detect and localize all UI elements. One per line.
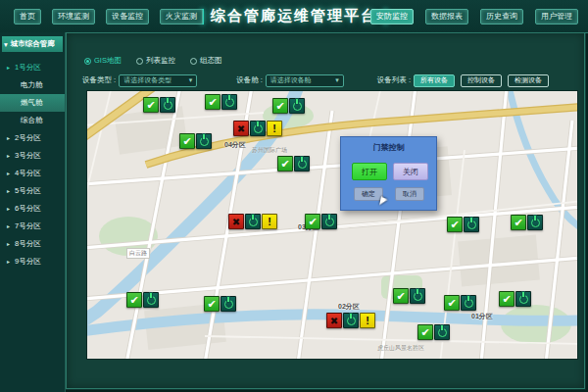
- power-button-icon[interactable]: [160, 97, 175, 113]
- device-marker-ok[interactable]: ✔: [126, 292, 159, 308]
- device-filter-buttons: 所有设备控制设备检测设备: [414, 74, 555, 87]
- sidebar-item[interactable]: ▸9号分区: [0, 253, 65, 270]
- door-close-button[interactable]: 关闭: [393, 163, 428, 180]
- radio-icon: [136, 58, 143, 65]
- sidebar-item[interactable]: 燃气舱: [0, 94, 65, 112]
- status-fault-icon[interactable]: ✖: [228, 214, 244, 229]
- status-ok-icon[interactable]: ✔: [499, 291, 514, 307]
- power-button-icon[interactable]: [434, 324, 450, 340]
- status-ok-icon[interactable]: ✔: [393, 288, 409, 304]
- status-ok-icon[interactable]: ✔: [447, 217, 463, 232]
- power-button-icon[interactable]: [515, 291, 531, 307]
- nav-button[interactable]: 数据报表: [425, 9, 468, 24]
- device-cabin-select[interactable]: 请选择设备舱 ▾: [266, 74, 344, 87]
- status-ok-icon[interactable]: ✔: [204, 296, 220, 312]
- popup-title: 门禁控制: [341, 142, 436, 153]
- nav-button[interactable]: 设备监控: [106, 9, 149, 24]
- nav-button[interactable]: 用户管理: [535, 9, 578, 24]
- device-marker-ok[interactable]: ✔: [204, 296, 236, 312]
- status-ok-icon[interactable]: ✔: [511, 215, 526, 230]
- alarm-warning-icon[interactable]: !: [360, 313, 375, 328]
- device-marker-alarm[interactable]: ✖!: [233, 121, 282, 136]
- view-mode-radio[interactable]: GIS地图: [84, 56, 122, 66]
- sidebar-item[interactable]: ▸5号分区: [0, 182, 65, 200]
- sidebar-item[interactable]: ▸2号分区: [0, 129, 65, 147]
- view-mode-radio[interactable]: 列表监控: [136, 56, 175, 66]
- device-filter-button[interactable]: 所有设备: [414, 74, 455, 87]
- sidebar-item[interactable]: ▸8号分区: [0, 235, 65, 253]
- nav-button[interactable]: 火灾监测: [160, 9, 203, 24]
- power-glyph: [200, 137, 209, 146]
- status-ok-icon[interactable]: ✔: [277, 156, 293, 172]
- popup-ok-button[interactable]: 确定: [354, 187, 383, 201]
- sidebar-item[interactable]: ▸6号分区: [0, 200, 65, 218]
- device-marker-ok[interactable]: ✔: [499, 291, 531, 307]
- sidebar-item[interactable]: ▸1号分区: [0, 59, 65, 76]
- status-ok-icon[interactable]: ✔: [143, 97, 159, 113]
- power-button-icon[interactable]: [245, 214, 261, 229]
- power-button-icon[interactable]: [527, 215, 543, 230]
- status-ok-icon[interactable]: ✔: [417, 324, 433, 340]
- power-button-icon[interactable]: [250, 121, 266, 136]
- power-button-icon[interactable]: [464, 217, 479, 232]
- nav-button[interactable]: 首页: [14, 9, 41, 24]
- collapsed-arrow-icon: ▸: [7, 152, 10, 159]
- nav-button[interactable]: 环境监测: [52, 9, 95, 24]
- alarm-warning-icon[interactable]: !: [262, 214, 277, 229]
- status-fault-icon[interactable]: ✖: [326, 313, 342, 328]
- view-mode-radio[interactable]: 组态图: [190, 56, 222, 66]
- power-button-icon[interactable]: [289, 98, 305, 114]
- device-marker-ok[interactable]: ✔: [417, 324, 450, 340]
- device-type-value: 请选择设备类型: [123, 75, 172, 85]
- power-button-icon[interactable]: [343, 313, 359, 328]
- status-ok-icon[interactable]: ✔: [305, 214, 320, 229]
- device-marker-ok[interactable]: ✔: [444, 295, 476, 311]
- device-marker-ok[interactable]: ✔: [447, 217, 479, 232]
- power-button-icon[interactable]: [461, 295, 476, 311]
- power-button-icon[interactable]: [221, 94, 237, 110]
- nav-button[interactable]: 历史查询: [480, 9, 523, 24]
- status-ok-icon[interactable]: ✔: [179, 133, 195, 149]
- power-button-icon[interactable]: [143, 292, 159, 308]
- popup-cancel-button[interactable]: 取消: [395, 187, 424, 201]
- sidebar-item[interactable]: ▸4号分区: [0, 165, 65, 182]
- device-marker-ok[interactable]: ✔: [143, 97, 175, 113]
- power-button-icon[interactable]: [410, 288, 425, 304]
- device-filter-bar: 设备类型 : 请选择设备类型 ▾ 设备舱 : 请选择设备舱 ▾ 设备列表 : 所…: [82, 74, 576, 87]
- device-filter-button[interactable]: 检测设备: [508, 74, 549, 87]
- device-marker-alarm[interactable]: ✖!: [228, 214, 277, 229]
- power-button-icon[interactable]: [196, 133, 212, 149]
- device-marker-ok[interactable]: ✔: [272, 98, 305, 114]
- power-glyph: [254, 124, 263, 133]
- power-button-icon[interactable]: [294, 156, 310, 172]
- device-marker-ok[interactable]: ✔: [179, 133, 212, 149]
- radio-icon: [84, 58, 91, 65]
- street-label: 白云路: [126, 248, 150, 259]
- sidebar-item[interactable]: 电力舱: [0, 76, 65, 94]
- sidebar-item[interactable]: ▸7号分区: [0, 218, 65, 235]
- sidebar-root-node[interactable]: ▾ 城市综合管廊: [2, 36, 63, 52]
- status-fault-icon[interactable]: ✖: [233, 121, 249, 136]
- device-marker-ok[interactable]: ✔: [393, 288, 425, 304]
- device-marker-ok[interactable]: ✔: [277, 156, 310, 172]
- sidebar-item[interactable]: 综合舱: [0, 112, 65, 129]
- main-panel: GIS地图列表监控组态图 设备类型 : 请选择设备类型 ▾ 设备舱 : 请选择设…: [66, 32, 585, 389]
- sidebar-item[interactable]: ▸3号分区: [0, 147, 65, 165]
- device-marker-ok[interactable]: ✔: [305, 214, 337, 229]
- device-filter-button[interactable]: 控制设备: [461, 74, 502, 87]
- status-ok-icon[interactable]: ✔: [272, 98, 288, 114]
- chevron-down-icon: ▾: [335, 76, 339, 84]
- status-ok-icon[interactable]: ✔: [126, 292, 142, 308]
- power-button-icon[interactable]: [220, 296, 236, 312]
- gis-map[interactable]: 04分区03分区02分区01分区苏州国际广场虎丘山风景名胜区白云路 ✔✔✔✔✔✔…: [86, 90, 578, 360]
- status-ok-icon[interactable]: ✔: [444, 295, 460, 311]
- power-button-icon[interactable]: [321, 214, 337, 229]
- status-ok-icon[interactable]: ✔: [205, 94, 220, 110]
- nav-button[interactable]: 安防监控: [370, 9, 414, 24]
- device-marker-ok[interactable]: ✔: [205, 94, 237, 110]
- device-marker-ok[interactable]: ✔: [511, 215, 543, 230]
- alarm-warning-icon[interactable]: !: [267, 121, 282, 136]
- door-open-button[interactable]: 打开: [352, 163, 387, 180]
- device-marker-alarm[interactable]: ✖!: [326, 313, 375, 328]
- device-type-select[interactable]: 请选择设备类型 ▾: [119, 74, 197, 87]
